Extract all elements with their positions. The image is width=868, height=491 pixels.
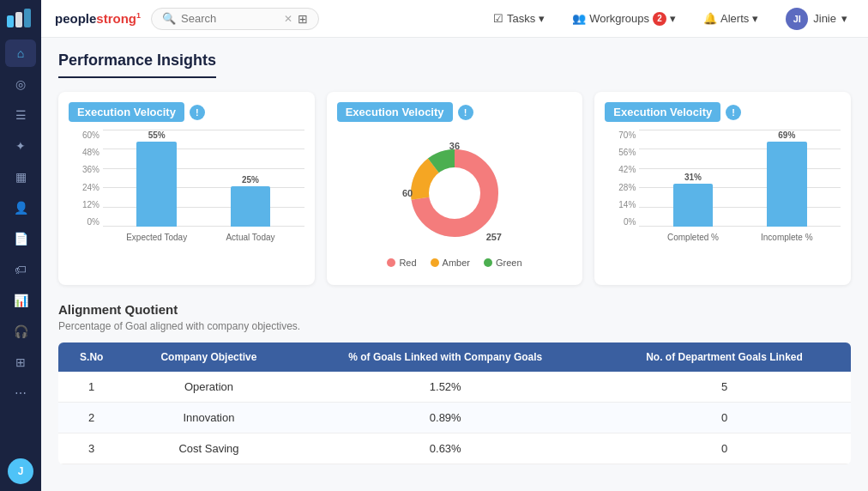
card-3: Execution Velocity ! 0% 14% 28% 42% 56% … [594,92,851,285]
bar2-label-top: 25% [242,175,259,185]
cell-sno: 3 [58,433,124,464]
alerts-button[interactable]: 🔔 Alerts ▾ [696,9,765,28]
bar-incomplete [767,142,807,227]
donut-container: 36 60 257 Red Amber [337,130,573,275]
search-filter-icon[interactable]: ⊞ [298,12,308,26]
y-label: 0% [605,217,636,227]
legend-green-dot [484,258,492,267]
tasks-icon: ☑ [493,12,503,25]
y-label: 12% [69,200,99,209]
y-label: 48% [69,148,99,157]
bar1-label-top: 55% [148,130,166,140]
y-label: 56% [605,148,636,157]
th-sno: S.No [58,342,124,372]
app-logo: peoplestrong1 [55,11,141,26]
x-label-completed: Completed % [653,233,732,242]
x-label-actual: Actual Today [210,233,290,242]
bar3-label-69: 69% [778,130,795,140]
y-label: 60% [69,130,99,140]
y-label: 42% [605,165,636,174]
tasks-label: Tasks [507,12,535,25]
sidebar-avatar[interactable]: J [8,458,33,484]
sidebar-item-support[interactable]: 🎧 [5,318,36,345]
x-label-expected: Expected Today [117,233,196,242]
table-row: 1 Operation 1.52% 5 [58,372,851,403]
donut-chart: 36 60 257 [399,137,510,249]
main-area: peoplestrong1 🔍 ✕ ⊞ ☑ Tasks ▾ 👥 Workgrou… [41,0,868,491]
sidebar-item-tag[interactable]: 🏷 [5,256,36,283]
user-menu[interactable]: JI Jinie ▾ [779,4,854,33]
y-label: 14% [605,200,636,209]
cell-objective: Innovation [124,403,292,433]
alignment-title: Alignment Quotient [58,302,851,317]
sidebar-item-person[interactable]: 👤 [5,194,36,221]
cell-goals-pct: 0.63% [292,433,598,464]
table-row: 2 Innovation 0.89% 0 [58,403,851,433]
tasks-chevron: ▾ [539,12,545,25]
y-label: 28% [605,183,636,192]
alignment-section: Alignment Quotient Percentage of Goal al… [58,302,851,464]
th-goals-pct: % of Goals Linked with Company Goals [292,342,598,372]
user-chevron: ▾ [841,12,847,25]
th-dept-goals: No. of Department Goals Linked [598,342,851,372]
card-1-info-icon[interactable]: ! [190,105,205,120]
x-label-incomplete: Incomplete % [747,233,827,242]
workgroups-button[interactable]: 👥 Workgroups 2 ▾ [565,9,683,29]
donut-num-257: 257 [486,232,502,242]
search-clear-icon[interactable]: ✕ [284,13,292,25]
topbar: peoplestrong1 🔍 ✕ ⊞ ☑ Tasks ▾ 👥 Workgrou… [41,0,868,38]
search-input[interactable] [181,12,279,25]
donut-legend: Red Amber Green [387,258,521,268]
sidebar-item-targets[interactable]: ◎ [5,70,36,98]
avatar: JI [786,8,808,30]
legend-amber: Amber [431,258,470,268]
sidebar-item-apps[interactable]: ⊞ [5,349,36,376]
legend-amber-dot [431,258,439,267]
card-3-info-icon[interactable]: ! [726,105,741,120]
sidebar-item-doc[interactable]: 📄 [5,225,36,252]
legend-amber-label: Amber [443,258,470,268]
search-box[interactable]: 🔍 ✕ ⊞ [151,8,319,30]
cell-dept-goals: 0 [598,433,851,464]
legend-red-label: Red [399,258,416,268]
card-3-header: Execution Velocity ! [605,102,841,122]
svg-rect-1 [15,12,22,27]
card-2: Execution Velocity ! [327,92,583,285]
alerts-icon: 🔔 [703,12,717,25]
alerts-chevron: ▾ [752,12,758,25]
card-3-title: Execution Velocity [605,102,720,122]
cell-goals-pct: 1.52% [292,372,598,403]
y-label: 0% [69,217,99,227]
card-2-header: Execution Velocity ! [337,102,573,122]
page-title: Performance Insights [58,52,216,70]
sidebar-item-star[interactable]: ✦ [5,132,36,160]
sidebar-logo [5,7,36,31]
legend-red-dot [387,258,395,267]
bar-chart-1: 0% 12% 24% 36% 48% 60% [69,130,304,259]
alignment-table: S.No Company Objective % of Goals Linked… [58,342,851,464]
card-2-info-icon[interactable]: ! [458,105,473,120]
cell-objective: Cost Saving [124,433,292,464]
workgroups-chevron: ▾ [670,12,676,25]
alerts-label: Alerts [720,12,749,25]
cell-sno: 1 [58,372,124,403]
sidebar-item-list[interactable]: ☰ [5,101,36,129]
cell-goals-pct: 0.89% [292,403,598,433]
cell-dept-goals: 0 [598,403,851,433]
sidebar-item-home[interactable]: ⌂ [5,39,36,67]
sidebar-item-grid[interactable]: ▦ [5,163,36,191]
sidebar-bottom: J [8,458,33,484]
donut-num-36: 36 [449,141,460,151]
cell-sno: 2 [58,403,124,433]
table-row: 3 Cost Saving 0.63% 0 [58,433,851,464]
card-1: Execution Velocity ! 0% 12% 24% 36% 48% … [58,92,315,285]
topbar-actions: ☑ Tasks ▾ 👥 Workgroups 2 ▾ 🔔 Alerts ▾ JI… [486,4,854,33]
workgroups-label: Workgroups [589,12,649,25]
sidebar-item-more[interactable]: ⋯ [5,379,36,407]
bar-completed [673,184,714,227]
search-icon: 🔍 [162,12,176,25]
sidebar-item-chart[interactable]: 📊 [5,287,36,314]
th-objective: Company Objective [124,342,292,372]
card-1-header: Execution Velocity ! [69,102,304,122]
tasks-button[interactable]: ☑ Tasks ▾ [486,9,552,28]
